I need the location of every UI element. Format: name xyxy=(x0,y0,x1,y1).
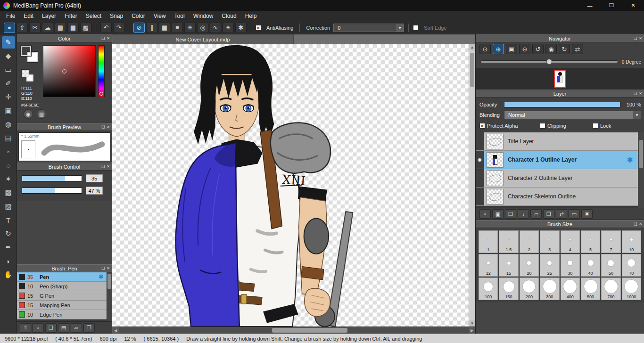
panel-popout-icon[interactable]: ❏ xyxy=(634,222,637,226)
antialiasing-checkbox[interactable]: ✕ xyxy=(256,25,261,31)
brush-list-scrollbar[interactable] xyxy=(107,272,112,321)
layer-row[interactable]: Character 2 Outline Layer xyxy=(476,169,638,188)
brush-tool[interactable]: ✎ xyxy=(2,36,15,49)
color-wheel-icon[interactable]: ◉ xyxy=(24,109,33,119)
layer-row[interactable]: Character Skeleton Outline xyxy=(476,188,638,206)
brush-size-7[interactable]: 7 xyxy=(601,230,620,253)
dot-pen-tool[interactable]: ✐ xyxy=(2,77,15,90)
brush-size-10[interactable]: 10 xyxy=(622,230,641,253)
scroll-left-icon[interactable]: ◀ xyxy=(112,327,119,334)
protect-alpha-checkbox[interactable]: ✕ xyxy=(479,123,485,129)
brush-size-100[interactable]: 100 xyxy=(479,278,498,300)
scroll-right-icon[interactable]: ▶ xyxy=(469,327,475,334)
eyedropper-tool[interactable]: ◗ xyxy=(2,255,15,267)
fit-window-icon[interactable]: ▣ xyxy=(506,44,517,54)
foreground-color-swatch[interactable] xyxy=(21,46,31,56)
menu-file[interactable]: File xyxy=(2,11,19,21)
panel-close-icon[interactable]: ✕ xyxy=(639,36,642,41)
brush-size-value[interactable]: 35 xyxy=(86,174,103,182)
menu-select[interactable]: Select xyxy=(82,11,106,21)
panel-popout-icon[interactable]: ❏ xyxy=(634,36,637,41)
menu-layer[interactable]: Layer xyxy=(38,11,60,21)
grid-snap-icon[interactable]: ▦ xyxy=(159,23,170,33)
select-eraser-tool[interactable]: ▨ xyxy=(2,200,15,212)
brush-size-700[interactable]: 700 xyxy=(601,278,620,300)
lasso-tool[interactable]: ◌ xyxy=(2,159,15,172)
brush-item[interactable]: 15G Pen xyxy=(17,291,107,301)
zoom-reset-icon[interactable]: ⊙ xyxy=(479,44,491,54)
vertical-scroll-thumb[interactable] xyxy=(470,53,474,87)
fill-rect-tool[interactable]: ▣ xyxy=(2,105,15,117)
eraser-tool[interactable]: ◆ xyxy=(2,50,15,62)
undo-button[interactable]: ↶ xyxy=(100,23,112,33)
duplicate-icon[interactable]: ❐ xyxy=(83,323,95,333)
menu-view[interactable]: View xyxy=(149,11,170,21)
gradient-tool[interactable]: ▤ xyxy=(2,132,15,144)
brush-size-20[interactable]: 20 xyxy=(520,254,539,277)
rotation-slider[interactable] xyxy=(480,60,618,63)
brush-size-4[interactable]: 4 xyxy=(561,230,580,253)
brush-item[interactable]: 35Pen✱ xyxy=(17,272,107,282)
delete-layer-icon[interactable]: ✖ xyxy=(581,209,593,219)
menu-cloud[interactable]: Cloud xyxy=(217,11,240,21)
brush-size-15[interactable]: 15 xyxy=(499,254,518,277)
folder-icon[interactable]: ▱ xyxy=(71,323,82,333)
menu-filter[interactable]: Filter xyxy=(60,11,82,21)
gear-icon[interactable]: ✱ xyxy=(627,155,633,164)
horizontal-scroll-thumb[interactable] xyxy=(272,328,347,333)
panel-close-icon[interactable]: ✕ xyxy=(639,91,642,96)
parallel-snap-icon[interactable]: ∥ xyxy=(146,23,157,33)
brush-size-40[interactable]: 40 xyxy=(581,254,600,277)
lines-snap-icon[interactable]: ≡ xyxy=(172,23,183,33)
brush-size-1[interactable]: 1 xyxy=(479,230,498,253)
scroll-up-icon[interactable]: ▲ xyxy=(469,44,475,50)
brush-item[interactable]: 10Edge Pen xyxy=(17,310,107,319)
duplicate-layer-icon[interactable]: ❏ xyxy=(505,209,516,219)
gear-icon[interactable]: ✱ xyxy=(99,273,104,280)
palette-icon[interactable]: ▩ xyxy=(80,23,91,33)
panel-popout-icon[interactable]: ❏ xyxy=(101,125,105,129)
export-icon[interactable]: ❏ xyxy=(45,323,57,333)
menu-snap[interactable]: Snap xyxy=(106,11,127,21)
transfer-layer-icon[interactable]: ⇄ xyxy=(556,209,567,219)
zoom-out-icon[interactable]: ⊖ xyxy=(519,44,530,54)
panel-popout-icon[interactable]: ❏ xyxy=(101,36,105,41)
brush-size-5[interactable]: 5 xyxy=(581,230,600,253)
rotate-right-icon[interactable]: ↻ xyxy=(559,44,570,54)
upload-icon[interactable]: ⇧ xyxy=(20,323,31,333)
opacity-slider[interactable] xyxy=(504,102,620,107)
brush-size-2[interactable]: 2 xyxy=(520,230,539,253)
panel-popout-icon[interactable]: ❏ xyxy=(101,164,105,169)
grid-icon[interactable]: ▦ xyxy=(67,23,79,33)
layer-visibility-toggle[interactable] xyxy=(476,188,484,205)
panel-close-icon[interactable]: ✕ xyxy=(107,36,110,41)
brush-item[interactable]: 10Pen (Sharp) xyxy=(17,282,107,291)
lock-checkbox[interactable] xyxy=(593,123,598,129)
palette-add-icon[interactable]: ▥ xyxy=(37,109,46,119)
list-icon[interactable]: ▤ xyxy=(58,323,69,333)
rotate-left-icon[interactable]: ↺ xyxy=(532,44,544,54)
horizontal-scrollbar[interactable]: ◀ ▶ xyxy=(112,327,475,334)
cloud-icon[interactable]: ☁ xyxy=(42,23,53,33)
brush-size-25[interactable]: 25 xyxy=(540,254,559,277)
layer-visibility-toggle[interactable] xyxy=(476,169,484,187)
brush-size-30[interactable]: 30 xyxy=(561,254,580,277)
select-pen-tool[interactable]: ▩ xyxy=(2,187,15,199)
text-tool[interactable]: T xyxy=(2,214,15,226)
rotate-view-tool[interactable]: ↻ xyxy=(2,228,15,240)
zoom-in-icon[interactable]: ⊕ xyxy=(493,44,504,54)
hand-tool[interactable]: ✋ xyxy=(2,269,15,281)
correction-dropdown[interactable]: 0 ▾ xyxy=(333,24,404,32)
menu-window[interactable]: Window xyxy=(189,11,218,21)
brush-size-150[interactable]: 150 xyxy=(499,278,518,300)
layer-visibility-toggle[interactable] xyxy=(476,151,484,169)
clear-layer-icon[interactable]: ▭ xyxy=(569,209,580,219)
vertical-scrollbar[interactable]: ▲ ▼ xyxy=(469,44,475,327)
menu-edit[interactable]: Edit xyxy=(19,11,38,21)
folder-icon[interactable]: ▱ xyxy=(530,209,542,219)
panel-close-icon[interactable]: ✕ xyxy=(107,164,110,169)
menu-color[interactable]: Color xyxy=(127,11,149,21)
magic-wand-tool[interactable]: ✶ xyxy=(2,173,15,185)
select-rect-tool[interactable]: ▫ xyxy=(2,146,15,158)
redo-button[interactable]: ↷ xyxy=(113,23,124,33)
